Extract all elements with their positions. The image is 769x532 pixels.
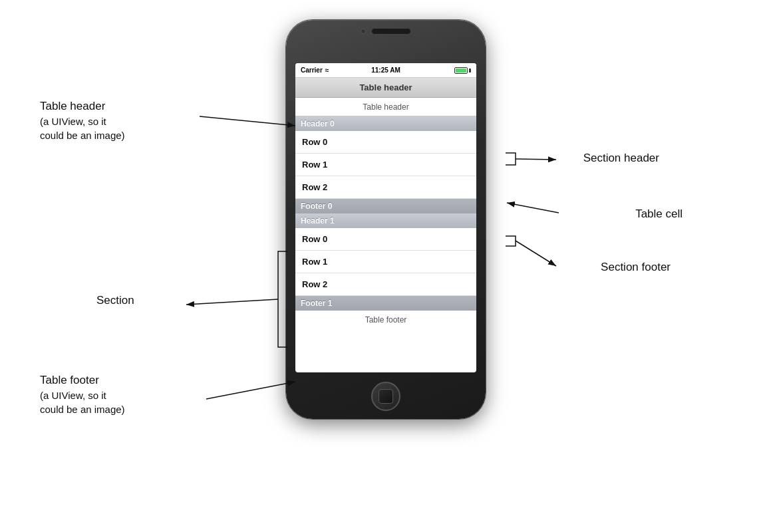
- table-header-annotation-sub1: (a UIView, so it: [40, 116, 106, 127]
- section-header-annotation: Section header: [583, 150, 659, 166]
- section-0-header-text: Header 0: [301, 119, 335, 128]
- row-text: Row 2: [302, 182, 327, 192]
- nav-title: Table header: [359, 82, 412, 92]
- section-footer-annotation: Section footer: [601, 259, 671, 275]
- table-row[interactable]: Row 2: [295, 176, 476, 199]
- row-text: Row 1: [302, 160, 327, 170]
- section-0-footer: Footer 0: [295, 199, 476, 213]
- phone-screen: Carrier ≈ 11:25 AM Table header Table he…: [295, 63, 476, 372]
- section-1-header-text: Header 1: [301, 216, 335, 225]
- battery-tip: [469, 68, 471, 72]
- status-time: 11:25 AM: [371, 66, 400, 74]
- battery-body: [454, 67, 468, 74]
- row-text: Row 2: [302, 279, 327, 289]
- section-annotation: Section: [96, 293, 134, 309]
- row-text: Row 1: [302, 257, 327, 267]
- table-row[interactable]: Row 2: [295, 273, 476, 296]
- table-content: Table header Header 0 Row 0 Row 1 Row 2 …: [295, 98, 476, 372]
- phone-home-button[interactable]: [371, 382, 400, 411]
- table-footer-text: Table footer: [365, 315, 407, 325]
- table-row[interactable]: Row 1: [295, 154, 476, 176]
- row-text: Row 0: [302, 234, 327, 244]
- section-1-footer: Footer 1: [295, 296, 476, 311]
- section-1-header: Header 1: [295, 213, 476, 228]
- svg-line-3: [507, 203, 559, 213]
- battery-fill: [456, 68, 466, 72]
- table-footer-annotation: Table footer (a UIView, so it could be a…: [40, 372, 125, 416]
- section-0-footer-text: Footer 0: [301, 201, 332, 211]
- table-footer-annotation-sub2: could be an image): [40, 404, 125, 415]
- table-header-view: Table header: [295, 98, 476, 116]
- svg-line-1: [200, 116, 295, 126]
- phone-shell: Carrier ≈ 11:25 AM Table header Table he…: [286, 20, 486, 419]
- section-annotation-text: Section: [96, 294, 134, 307]
- carrier-label: Carrier: [301, 66, 323, 74]
- table-row[interactable]: Row 1: [295, 251, 476, 273]
- phone-speaker: [371, 28, 411, 35]
- battery-icon: [454, 67, 471, 74]
- home-button-inner: [379, 389, 393, 404]
- svg-line-4: [516, 241, 556, 266]
- section-1-footer-text: Footer 1: [301, 299, 332, 308]
- status-carrier: Carrier ≈: [301, 66, 329, 74]
- table-header-text: Table header: [363, 102, 408, 112]
- section-header-annotation-text: Section header: [583, 152, 659, 164]
- svg-line-5: [186, 299, 278, 305]
- table-footer-annotation-title: Table footer: [40, 374, 99, 386]
- table-row[interactable]: Row 0: [295, 131, 476, 154]
- table-header-annotation-title: Table header: [40, 100, 105, 112]
- table-footer-view: Table footer: [295, 311, 476, 329]
- status-bar: Carrier ≈ 11:25 AM: [295, 63, 476, 78]
- table-cell-annotation-text: Table cell: [635, 207, 683, 220]
- phone-camera-icon: [361, 29, 366, 34]
- table-footer-annotation-sub1: (a UIView, so it: [40, 390, 106, 401]
- table-header-annotation-sub2: could be an image): [40, 130, 125, 141]
- section-0-header: Header 0: [295, 116, 476, 131]
- wifi-icon: ≈: [325, 66, 329, 74]
- table-row[interactable]: Row 0: [295, 228, 476, 251]
- svg-line-6: [206, 382, 295, 399]
- nav-bar: Table header: [295, 78, 476, 98]
- svg-line-2: [516, 159, 556, 160]
- phone-top-bar: [361, 28, 411, 35]
- table-cell-annotation: Table cell: [635, 206, 683, 222]
- row-text: Row 0: [302, 137, 327, 147]
- table-header-annotation: Table header (a UIView, so it could be a…: [40, 98, 125, 142]
- section-footer-annotation-text: Section footer: [601, 261, 671, 273]
